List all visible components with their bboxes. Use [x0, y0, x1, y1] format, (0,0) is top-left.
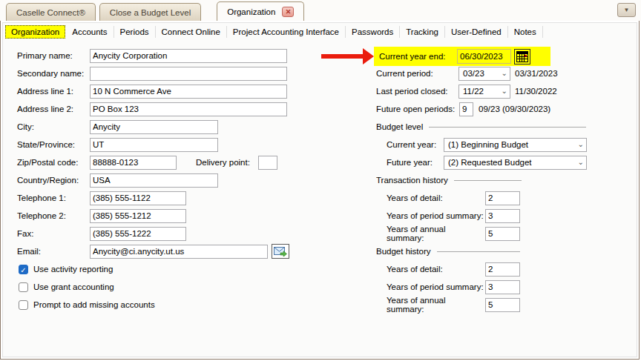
country-row: Country/Region:: [17, 171, 218, 189]
tab-connect-online[interactable]: Connect Online: [156, 26, 227, 38]
mdi-tab-label: Close a Budget Level: [110, 8, 191, 17]
zip-row: Zip/Postal code: Delivery point:: [17, 153, 277, 171]
close-tab-icon[interactable]: ✕: [282, 7, 294, 17]
future-open-periods-end-date: 09/23 (09/30/2023): [479, 105, 550, 113]
tab-accounts[interactable]: Accounts: [66, 26, 114, 38]
city-row: City:: [17, 118, 218, 136]
bh-years-of-period-summary-label: Years of period summary:: [387, 282, 485, 291]
secondary-name-row: Secondary name:: [17, 64, 287, 82]
bh-years-of-detail-row: Years of detail:: [387, 260, 520, 278]
send-email-button[interactable]: [272, 244, 289, 259]
budget-current-year-label: Current year:: [387, 140, 444, 149]
document-frame: Organization Accounts Periods Connect On…: [0, 20, 640, 360]
budget-future-year-row: Future year: (2) Requested Budget ⌄: [387, 153, 587, 171]
use-grant-accounting-checkbox[interactable]: [19, 282, 28, 292]
use-grant-accounting-label: Use grant accounting: [33, 282, 114, 291]
primary-name-label: Primary name:: [17, 51, 90, 60]
th-years-of-period-summary-row: Years of period summary:: [387, 207, 520, 225]
telephone2-label: Telephone 2:: [17, 211, 90, 220]
mdi-tab-label: Caselle Connect®: [16, 8, 85, 17]
primary-name-row: Primary name:: [17, 47, 287, 64]
delivery-point-label: Delivery point:: [196, 158, 258, 167]
check-icon: ✓: [20, 266, 26, 274]
tab-tracking[interactable]: Tracking: [400, 26, 445, 38]
bh-years-of-period-summary-input[interactable]: [485, 280, 520, 294]
budget-future-year-select[interactable]: (2) Requested Budget ⌄: [444, 156, 587, 170]
chevron-down-icon: ⌄: [578, 141, 584, 148]
current-period-label: Current period:: [376, 69, 458, 78]
state-input[interactable]: [90, 138, 218, 152]
prompt-add-missing-accounts-checkbox[interactable]: [19, 300, 28, 310]
email-icon: [274, 246, 287, 257]
budget-current-year-select[interactable]: (1) Beginning Budget ⌄: [444, 138, 587, 152]
last-period-closed-select[interactable]: 11/22 ⌄: [458, 85, 510, 99]
th-years-of-period-summary-label: Years of period summary:: [387, 211, 485, 220]
chevron-down-icon: ⌄: [502, 70, 507, 77]
fax-label: Fax:: [17, 229, 90, 238]
secondary-name-label: Secondary name:: [17, 69, 90, 78]
mdi-tab-organization[interactable]: Organization ✕: [217, 1, 304, 21]
zip-input[interactable]: [90, 156, 177, 170]
state-label: State/Province:: [17, 140, 90, 149]
telephone2-row: Telephone 2:: [17, 207, 186, 225]
mdi-tab-close-a-budget-level[interactable]: Close a Budget Level: [99, 3, 201, 21]
bh-years-of-annual-summary-input[interactable]: [485, 298, 520, 312]
current-period-select[interactable]: 03/23 ⌄: [458, 67, 510, 81]
mdi-tab-caselle-connect[interactable]: Caselle Connect®: [6, 3, 96, 21]
tab-periods[interactable]: Periods: [114, 26, 156, 38]
th-years-of-detail-row: Years of detail:: [387, 189, 520, 207]
bh-years-of-detail-input[interactable]: [485, 262, 520, 277]
th-years-of-detail-label: Years of detail:: [387, 193, 485, 202]
arrow-shaft: [321, 54, 364, 59]
telephone1-label: Telephone 1:: [17, 193, 90, 202]
use-activity-reporting-label: Use activity reporting: [33, 265, 113, 274]
calendar-icon: [516, 51, 528, 62]
prompt-add-missing-accounts-row: Prompt to add missing accounts: [19, 296, 155, 314]
th-years-of-annual-summary-input[interactable]: [485, 227, 520, 241]
tab-passwords[interactable]: Passwords: [346, 26, 400, 38]
address-line1-input[interactable]: [90, 85, 287, 99]
current-year-end-input[interactable]: [457, 49, 511, 64]
country-input[interactable]: [90, 173, 218, 188]
budget-current-year-row: Current year: (1) Beginning Budget ⌄: [387, 136, 587, 153]
tab-project-accounting-interface[interactable]: Project Accounting Interface: [227, 26, 346, 38]
delivery-point-input[interactable]: [258, 156, 277, 170]
chevron-down-icon: ⌄: [502, 87, 507, 95]
city-input[interactable]: [90, 120, 218, 134]
chevron-down-icon: ▼: [624, 7, 630, 13]
use-activity-reporting-row: ✓ Use activity reporting: [19, 260, 113, 278]
budget-current-year-value: (1) Beginning Budget: [448, 140, 528, 149]
fax-input[interactable]: [90, 227, 186, 241]
tab-user-defined[interactable]: User-Defined: [445, 26, 508, 38]
settings-tab-strip: Organization Accounts Periods Connect On…: [5, 24, 634, 39]
group-divider: [454, 180, 522, 181]
budget-history-heading: Budget history: [376, 247, 431, 256]
bh-years-of-annual-summary-label: Years of annual summary:: [387, 296, 485, 314]
th-years-of-annual-summary-row: Years of annual summary:: [387, 225, 520, 242]
city-label: City:: [17, 122, 90, 131]
secondary-name-input[interactable]: [90, 67, 287, 81]
th-years-of-detail-input[interactable]: [485, 191, 520, 205]
future-open-periods-input[interactable]: [459, 102, 473, 116]
last-period-closed-label: Last period closed:: [376, 87, 458, 96]
window-list-dropdown-button[interactable]: ▼: [617, 3, 636, 17]
email-input[interactable]: [90, 245, 268, 259]
last-period-closed-row: Last period closed: 11/22 ⌄ 11/30/2022: [376, 82, 557, 100]
group-divider: [429, 127, 586, 128]
arrow-head: [363, 48, 374, 64]
bh-years-of-annual-summary-row: Years of annual summary:: [387, 296, 520, 314]
primary-name-input[interactable]: [90, 49, 287, 63]
calendar-button[interactable]: [514, 49, 530, 64]
th-years-of-period-summary-input[interactable]: [485, 209, 520, 223]
tab-organization[interactable]: Organization: [5, 25, 65, 39]
current-period-value: 03/23: [463, 69, 484, 78]
address-line2-row: Address line 2:: [17, 100, 287, 118]
telephone2-input[interactable]: [90, 209, 186, 223]
telephone1-input[interactable]: [90, 191, 186, 205]
bh-years-of-detail-label: Years of detail:: [387, 265, 485, 274]
tab-notes[interactable]: Notes: [508, 26, 543, 38]
telephone1-row: Telephone 1:: [17, 189, 186, 207]
use-activity-reporting-checkbox[interactable]: ✓: [19, 265, 28, 274]
mdi-tab-bar: Caselle Connect® Close a Budget Level Or…: [0, 0, 641, 21]
address-line2-input[interactable]: [90, 102, 287, 116]
